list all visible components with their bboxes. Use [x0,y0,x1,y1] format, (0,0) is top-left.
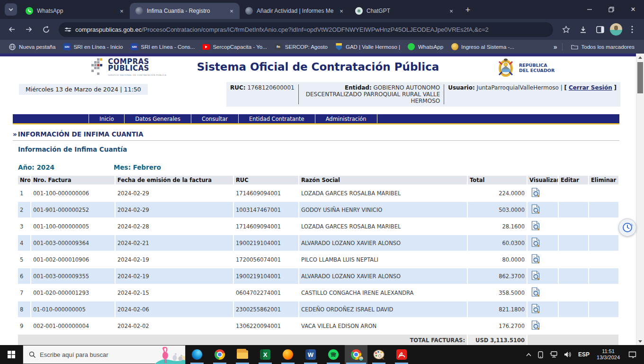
tray-phone-icon[interactable] [535,345,546,364]
taskbar-chrome-active[interactable] [345,345,367,364]
taskbar-firefox[interactable] [277,345,299,364]
taskbar-excel[interactable]: X [254,345,277,364]
cell-total: 60.0300 [468,235,527,251]
bookmark-label: SercopCapacita - Yo... [213,44,267,50]
reload-button[interactable] [39,22,53,36]
bookmark-gad-valle-hermoso[interactable]: GAD | Valle Hermoso | [331,42,404,52]
tray-chevron-icon[interactable] [523,345,535,364]
nav-consultar[interactable]: Consultar [191,114,239,123]
side-panel-icon[interactable] [593,22,607,36]
visualizar-button[interactable] [531,320,540,330]
bookmark-sercop-agosto[interactable]: fn SERCOP: Agosto [271,42,331,52]
tab-title: WhatsApp [37,8,114,14]
tab-chatgpt[interactable]: ChatGPT × [349,3,459,19]
cell-fecha: 2024-02-06 [116,301,233,317]
taskbar-acrobat[interactable] [390,345,413,364]
bookmark-sri-inicio[interactable]: SRI SRI en Línea - Inicio [59,42,126,52]
search-highlight-flamingo-icon [155,345,185,364]
nav-datos-generales[interactable]: Datos Generales [125,114,191,123]
shield-icon [335,43,343,51]
profile-avatar[interactable] [610,23,622,36]
bookmark-nueva-pestana[interactable]: Nueva pestaña [5,42,59,52]
col-header-nro: Nro [18,176,30,184]
visualizar-button[interactable] [531,271,540,280]
visualizar-button[interactable] [531,204,540,214]
taskbar-word[interactable]: W [299,345,322,364]
scroll-down-arrow[interactable] [636,337,644,345]
taskbar-chrome[interactable] [208,345,231,364]
whatsapp-favicon-icon [26,7,33,15]
tray-volume-icon[interactable] [561,345,575,364]
bookmark-sercopcapacita[interactable]: SercopCapacita - Yo... [198,42,270,52]
edge-icon [192,349,202,360]
cell-total: 28.1600 [468,218,527,234]
bookmark-label: GAD | Valle Hermoso | [346,44,400,50]
tray-network-icon[interactable] [546,345,561,364]
cell-editar [559,301,588,317]
bookmarks-overflow-chevron[interactable]: » [554,43,557,51]
taskbar-search[interactable]: Escribe aquí para buscar [23,345,186,364]
visualizar-button[interactable] [531,304,540,313]
cell-eliminar [589,218,618,234]
cell-razon: LOZADA GARCES ROSALBA MARIBEL [299,218,467,234]
visualizar-button[interactable] [531,188,540,197]
close-window-button[interactable]: × [622,0,644,19]
bookmark-ingreso-sistema[interactable]: Ingreso al Sistema -... [447,42,518,52]
scroll-up-arrow[interactable] [636,54,644,61]
start-button[interactable] [0,345,23,364]
tray-clock[interactable]: 11:51 13/3/2024 [593,348,624,361]
tray-language[interactable]: ESP [575,345,593,364]
address-bar[interactable]: compraspublicas.gob.ec/ProcesoContrataci… [59,22,553,37]
site-settings-icon[interactable] [64,26,72,33]
visualizar-doc-icon [531,221,540,230]
minimize-button[interactable] [579,0,600,19]
visualizar-button[interactable] [531,221,540,230]
tab-title: ChatGPT [367,8,443,14]
all-bookmarks-button[interactable]: Todos los marcadores [567,42,639,52]
tab-close-icon[interactable]: × [447,7,456,15]
forward-button[interactable] [22,22,36,36]
tab-anadir-actividad[interactable]: Añadir Actividad | Informes Me × [240,3,349,19]
logout-link[interactable]: Cerrar Sesión [569,84,612,91]
restore-button[interactable] [600,0,622,19]
nav-administracion[interactable]: Administración [315,114,377,123]
cell-eliminar [589,252,618,267]
visualizar-button[interactable] [531,287,540,297]
bookmark-whatsapp[interactable]: WhatsApp [404,42,447,52]
visualizar-button[interactable] [531,254,540,264]
cell-factura: 001-003-000009364 [31,235,115,251]
browser-menu-icon[interactable] [625,22,639,36]
bookmark-star-icon[interactable] [559,22,573,36]
cell-factura: 001-100-000000005 [31,218,115,234]
cell-eliminar [589,202,618,218]
new-tab-button[interactable]: + [461,3,474,17]
bookmark-label: SRI en Línea - Cons... [141,44,195,50]
back-button[interactable] [5,22,19,36]
globe-favicon-icon [245,7,253,15]
month-label: Mes: Febrero [114,164,161,171]
site-header: COMPRAS PÚBLICAS SERVICIO NACIONAL DE CO… [0,56,636,81]
tab-close-icon[interactable]: × [337,7,346,15]
tray-date: 13/3/2024 [597,355,620,361]
page-scrollbar[interactable] [636,54,644,345]
taskbar-edge[interactable] [186,345,208,364]
nav-inicio[interactable]: Inicio [89,114,125,123]
taskbar-paint[interactable] [367,345,390,364]
scrollbar-thumb[interactable] [637,62,643,93]
taskbar-file-explorer[interactable] [231,345,254,364]
tab-search-button[interactable] [5,3,17,16]
nav-entidad-contratante[interactable]: Entidad Contratante [239,114,315,123]
taskbar-spotify[interactable] [322,345,345,364]
sri-icon: SRI [131,43,138,51]
col-header-visualizar: Visualizar [528,176,558,184]
clock-overlay-widget[interactable] [618,218,636,237]
bookmark-sri-consultas[interactable]: SRI SRI en Línea - Cons... [127,42,199,52]
tab-whatsapp[interactable]: WhatsApp × [20,3,130,19]
tab-close-icon[interactable]: × [227,7,236,15]
col-header-eliminar: Eliminar [589,176,618,184]
visualizar-button[interactable] [531,237,540,247]
tab-infima-cuantia[interactable]: Infima Cuantía - Registro × [130,3,240,19]
downloads-icon[interactable] [576,22,590,36]
action-center-icon[interactable] [624,345,641,364]
tab-close-icon[interactable]: × [117,7,126,15]
